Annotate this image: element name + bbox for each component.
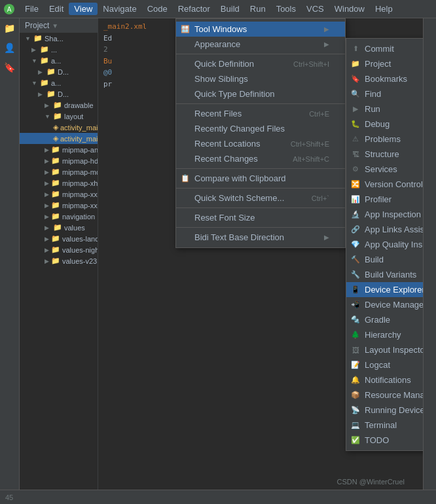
tree-item[interactable]: ▶📁values-land [20,233,98,244]
code-line-6: pr [103,79,418,90]
tree-item[interactable]: ◈activity_main2.xml [20,133,98,144]
tree-item[interactable]: ▼📁a... [20,77,98,88]
menu-tw-debug[interactable]: 🐛 Debug Alt+5 [346,117,423,132]
menu-tw-resource-manager[interactable]: 📦 Resource Manager [346,387,423,403]
tree-item-icon: ◈ [53,123,58,132]
menu-tools[interactable]: Tools [271,3,301,15]
menu-refactor[interactable]: Refactor [173,3,215,15]
menu-tw-running-devices[interactable]: 📡 Running Devices [346,403,423,418]
menu-tw-version-control[interactable]: 🔀 Version Control Alt+9 [346,177,423,192]
menu-bidi-text[interactable]: Bidi Text Base Direction ▶ [176,230,345,245]
menu-tw-gradle[interactable]: 🔩 Gradle [346,312,423,327]
code-line-2: Ed [103,33,418,45]
debug-icon: 🐛 [350,119,361,130]
menu-tw-app-links[interactable]: 🔗 App Links Assistant [346,222,423,237]
tree-item[interactable]: ▶📁D... [20,88,98,99]
tree-item[interactable]: ▶📁mipmap-xhdpi [20,177,98,189]
menu-file[interactable]: File [20,3,44,15]
tree-item[interactable]: ◈activity_main1.xml [20,122,98,133]
tree-item-icon: 📁 [51,257,60,265]
menu-window[interactable]: Window [329,3,370,15]
tree-item[interactable]: ▶📁mipmap-xxxhdpi [20,200,98,211]
menu-tw-device-manager[interactable]: 📲 Device Manager [346,297,423,312]
tree-item[interactable]: ▶📁values [20,222,98,233]
menu-tw-app-quality[interactable]: 💎 App Quality Insights [346,237,423,252]
menu-tw-build[interactable]: 🔨 Build [346,252,423,267]
sidebar-bookmark-icon[interactable]: 🔖 [3,60,17,75]
tree-item-label: values-land [62,235,98,243]
menu-navigate[interactable]: Navigate [98,3,141,15]
menu-tw-services[interactable]: ⚙ Services Alt+8 [346,162,423,177]
menu-tw-build-variants[interactable]: 🔧 Build Variants ▶ [346,267,423,282]
menu-tw-run[interactable]: ▶ Run Alt+4 [346,101,423,117]
sidebar-project-icon[interactable]: 📁 [3,21,17,35]
menu-help[interactable]: Help [370,3,398,15]
tree-item[interactable]: ▶📁values-v23 [20,255,98,266]
menu-tw-structure[interactable]: 🏗 Structure Alt+7 [346,147,423,162]
tree-arrow: ▶ [38,91,45,98]
menu-edit[interactable]: Edit [44,3,69,15]
running-devices-icon: 📡 [350,405,361,416]
tree-item[interactable]: ▶📁mipmap-anydpi [20,144,98,155]
menu-vcs[interactable]: VCS [301,3,329,15]
tree-arrow: ▶ [38,69,45,75]
tree-item-icon: 📁 [51,156,60,165]
tree-item[interactable]: ▶📁mipmap-hdpi [20,155,98,166]
menu-build[interactable]: Build [215,3,245,15]
menu-code[interactable]: Code [142,3,173,15]
tree-item[interactable]: ▶📁... [20,44,98,55]
menu-tw-logcat[interactable]: 📝 Logcat [346,357,423,372]
tree-arrow: ▶ [45,147,49,153]
menu-quick-switch[interactable]: Quick Switch Scheme... Ctrl+` [176,190,345,206]
menu-tw-profiler[interactable]: 📊 Profiler [346,192,423,207]
menu-tw-notifications[interactable]: 🔔 Notifications [346,372,423,387]
clipboard-icon: 📋 [180,173,191,184]
menu-compare-clipboard[interactable]: 📋 Compare with Clipboard [176,171,345,186]
code-line-4: Bu [103,56,418,67]
hierarchy-icon: 🌲 [350,330,361,340]
tree-item[interactable]: ▶📁mipmap-mdpi [20,166,98,177]
code-line-3: 2 [103,44,418,56]
project-dropdown-icon[interactable]: ▼ [52,22,58,29]
tree-item-icon: 📁 [51,201,60,209]
tree-arrow: ▶ [45,258,49,264]
bottom-line-number: 45 [5,494,13,501]
tree-item-icon: 📁 [51,168,60,176]
tree-item-label: a... [51,57,61,65]
tree-item-label: drawable [64,101,94,109]
tree-arrow: ▶ [45,225,51,231]
profiler-icon: 📊 [350,194,361,205]
menu-tw-device-explorer[interactable]: 📱 Device Explorer [346,282,423,297]
menu-run[interactable]: Run [245,3,271,15]
menu-tw-problems[interactable]: ⚠ Problems Alt+6 [346,132,423,147]
app-inspection-icon: 🔬 [350,209,361,220]
menu-reset-font[interactable]: Reset Font Size [176,210,345,225]
tree-item[interactable]: ▶📁mipmap-xxhdpi [20,189,98,200]
menu-tw-hierarchy[interactable]: 🌲 Hierarchy [346,327,423,342]
menu-view[interactable]: View [69,3,98,15]
sidebar-commit-icon[interactable]: 👤 [3,41,17,55]
menu-recent-files[interactable]: Recent Files Ctrl+E [176,106,345,121]
menu-tw-layout-inspector[interactable]: 🖼 Layout Inspector [346,342,423,357]
menu-tw-todo[interactable]: ✅ TODO [346,433,423,448]
menu-recent-locations[interactable]: Recent Locations Ctrl+Shift+E [176,136,345,151]
tree-item-label: mipmap-hdpi [62,157,98,165]
app-links-icon: 🔗 [350,225,361,235]
tree-item[interactable]: ▶📁drawable [20,99,98,111]
menu-tw-app-inspection[interactable]: 🔬 App Inspection [346,207,423,222]
main-layout: 📁 👤 🔖 Project ▼ ▼📁Sha...▶📁...▼📁a...▶📁D..… [0,18,436,504]
tree-item-label: values-v23 [62,257,97,265]
structure-icon: 🏗 [350,149,361,160]
tree-item[interactable]: ▼📁layout [20,111,98,122]
tree-item[interactable]: ▶📁navigation [20,211,98,222]
menu-recently-changed[interactable]: Recently Changed Files [176,121,345,136]
tree-item[interactable]: ▶📁D... [20,66,98,77]
tree-item-icon: 📁 [51,179,60,187]
tree-item-label: values-night [62,246,98,254]
tree-item-icon: 📁 [40,79,49,87]
menu-recent-changes[interactable]: Recent Changes Alt+Shift+C [176,151,345,166]
tree-item[interactable]: ▼📁a... [20,55,98,66]
tree-item[interactable]: ▶📁values-night [20,244,98,255]
tree-item[interactable]: ▼📁Sha... [20,33,98,44]
menu-tw-terminal[interactable]: 💻 Terminal Alt+F12 [346,418,423,433]
